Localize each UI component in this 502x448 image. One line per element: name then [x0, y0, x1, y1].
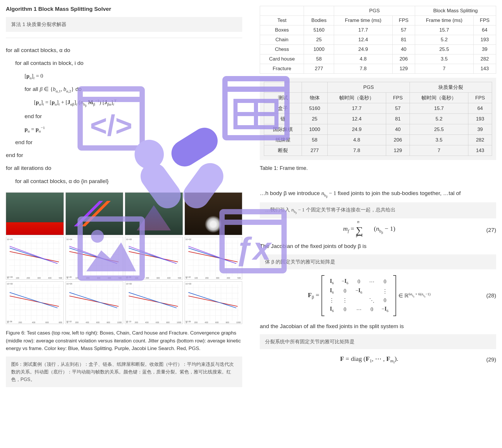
table-cell: 12.4: [334, 35, 393, 45]
table-cell: 39: [473, 45, 496, 54]
table-cell: 链: [264, 114, 302, 124]
table-cell: Fracture: [260, 64, 304, 74]
table-cell: 纸牌屋: [264, 135, 302, 145]
equation-27: mf = ∑β=1n (nbβ − 1) (27): [260, 224, 496, 236]
table-row: Chain2512.4815.2193: [260, 35, 496, 45]
table-cell: 25: [302, 114, 327, 124]
body-paragraph-translation: 体 β 的固定关节的雅可比矩阵是: [260, 254, 496, 269]
col-header: 物体: [302, 93, 327, 103]
thumbnail-cardhouse: [125, 192, 183, 235]
col-header: FPS: [468, 93, 492, 103]
col-header: FPS: [473, 16, 496, 25]
table-cell: 7: [415, 64, 474, 74]
table-cell: 25.5: [415, 45, 474, 54]
table-cell: 39: [468, 124, 492, 135]
table-row: 国际象棋100024.94025.539: [264, 124, 492, 135]
table-cell: 282: [468, 135, 492, 145]
table-cell: 1000: [304, 45, 334, 54]
jitter-graph: 1E+001E-08 0200400600800: [6, 281, 64, 324]
table-cell: 143: [473, 64, 496, 74]
right-column: PGS Block Mass Splitting Test Bodies Fra…: [260, 6, 496, 387]
col-header: Test: [260, 16, 304, 25]
table-cell: 40: [392, 45, 415, 54]
equation-number: (29): [479, 356, 496, 363]
col-header: Frame time (ms): [415, 16, 474, 25]
table-cell: 12.4: [327, 114, 386, 124]
table-cell: 206: [392, 54, 415, 64]
table-row: Card house584.82063.5282: [260, 54, 496, 64]
algorithm-title-translation: 算法 1 块质量分裂求解器: [6, 17, 242, 32]
col-header: PGS: [334, 6, 415, 16]
table-row: Chess100024.94025.539: [260, 45, 496, 54]
table-row: 纸牌屋584.82063.5282: [264, 135, 492, 145]
table-cell: 193: [473, 35, 496, 45]
table-cell: Chess: [260, 45, 304, 54]
body-paragraph-translation: 分裂系统中所有固定关节的雅可比矩阵是: [260, 334, 496, 349]
algo-line: for all iterations do: [6, 163, 242, 173]
left-column: Algorithm 1 Block Mass Splitting Solver …: [6, 6, 242, 387]
table-row: 链2512.4815.2193: [264, 114, 492, 124]
table-cell: 143: [468, 145, 492, 156]
col-header: 测试: [264, 93, 302, 103]
table-cell: 64: [468, 103, 492, 114]
convergence-graph: 1E+041E-06 0100200300400500: [66, 237, 123, 280]
figure6-caption: Figure 6: Test cases (top row, left to r…: [6, 329, 242, 352]
algorithm-title: Algorithm 1 Block Mass Splitting Solver: [6, 6, 242, 12]
col-header: Block Mass Splitting: [415, 6, 496, 16]
table-cell: 15.7: [415, 25, 474, 35]
table-cell: 58: [304, 54, 334, 64]
results-table-translation: PGS 块质量分裂 测试 物体 帧时间（毫秒） FPS 帧时间（毫秒） FPS …: [260, 78, 496, 160]
table-cell: 64: [473, 25, 496, 35]
algo-line: for all contacts in block, i do: [6, 58, 242, 68]
col-header: PGS: [327, 82, 410, 93]
algo-formula: [pα]i = 0: [6, 71, 242, 82]
table-cell: 7: [410, 145, 468, 156]
table-cell: 15.7: [410, 103, 468, 114]
table-cell: 57: [392, 25, 415, 35]
jitter-graph: 1E+001E-08 02004006008001000: [185, 281, 243, 324]
table-cell: Chain: [260, 35, 304, 45]
algo-line: end for: [6, 111, 242, 122]
table-cell: 193: [468, 114, 492, 124]
col-header: 帧时间（毫秒）: [410, 93, 468, 103]
body-paragraph: …h body β we introduce nbβ − 1 fixed joi…: [260, 189, 496, 199]
table-row: Fracture2777.81297143: [260, 64, 496, 74]
algo-line: for all β ∈ {bα,1, bα,2} do: [6, 84, 242, 95]
table-cell: 5160: [302, 103, 327, 114]
algo-line: end for: [6, 150, 242, 161]
table-cell: 1000: [302, 124, 327, 135]
equation-29: F = diag (F1, ⋯ , Fmf). (29): [260, 355, 496, 364]
table-cell: 25: [304, 35, 334, 45]
algo-formula: [pα]i = [pα]i + [Jαβ]i (nbβ Mβ−1) [Jβα]i…: [6, 97, 242, 108]
table-cell: 3.5: [415, 54, 474, 64]
table-cell: 盒子: [264, 103, 302, 114]
algo-formula: pα = pα−1: [6, 124, 242, 135]
table-cell: 81: [392, 35, 415, 45]
table-cell: 4.8: [334, 54, 393, 64]
algorithm-body: for all contact blocks, α do for all con…: [6, 45, 242, 187]
table-cell: 24.9: [334, 45, 393, 54]
table-cell: 57: [386, 103, 410, 114]
table-cell: 国际象棋: [264, 124, 302, 135]
thumbnail-chain: [66, 192, 123, 235]
table-row: 盒子516017.75715.764: [264, 103, 492, 114]
body-paragraph-translation: …我们引入 nbβ − 1 个固定关节将子体连接在一起，总共给出: [260, 202, 496, 218]
equation-number: (28): [479, 292, 496, 299]
table-cell: 7.8: [327, 145, 386, 156]
convergence-graph: 1E+001E-06 0100200300400500: [125, 237, 183, 280]
algo-line: for all contact blocks, α do {in paralle…: [6, 176, 242, 187]
page-root: Algorithm 1 Block Mass Splitting Solver …: [6, 6, 496, 387]
jitter-graph: 1E+051E-02 02004006008001000: [66, 281, 123, 324]
thumbnail-boxes: [6, 192, 64, 235]
body-paragraph: and the Jacobian of all the fixed joints…: [260, 322, 496, 331]
table-cell: 5160: [304, 25, 334, 35]
table-cell: 40: [386, 124, 410, 135]
table-cell: 206: [386, 135, 410, 145]
col-header: FPS: [386, 93, 410, 103]
col-header: 帧时间（毫秒）: [327, 93, 386, 103]
table-cell: 25.5: [410, 124, 468, 135]
table-cell: 24.9: [327, 124, 386, 135]
convergence-graph: 1E+021E-02 0100200300400500: [185, 237, 243, 280]
table-cell: 17.7: [327, 103, 386, 114]
table-cell: 断裂: [264, 145, 302, 156]
